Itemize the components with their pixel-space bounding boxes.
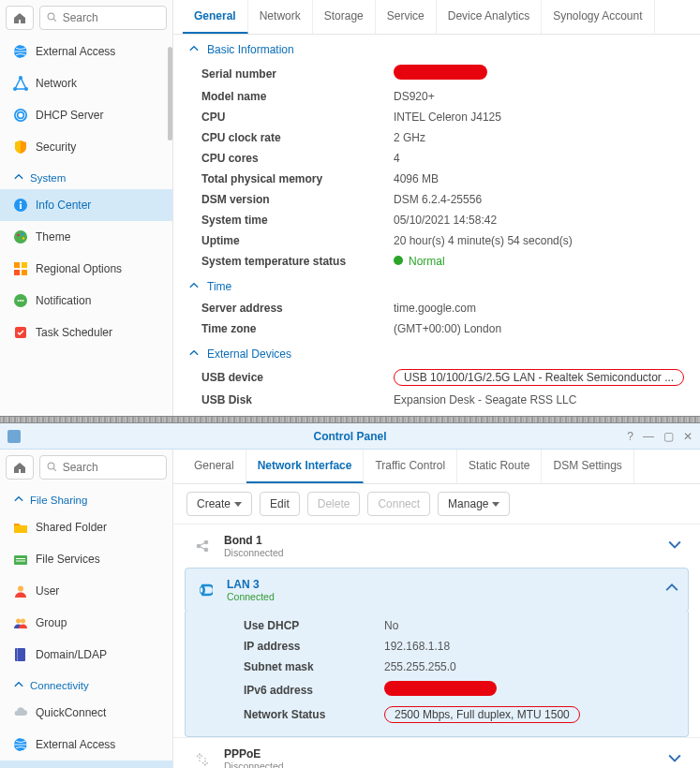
- speech-icon: [13, 293, 28, 308]
- caret-down-icon: [234, 502, 242, 507]
- sidebar-2: File Sharing Shared Folder File Services…: [0, 450, 173, 768]
- info-row: Uptime20 hour(s) 4 minute(s) 54 second(s…: [173, 230, 700, 251]
- sidebar-item-theme[interactable]: Theme: [0, 221, 172, 253]
- row-label: Serial number: [173, 67, 394, 81]
- row-value: INTEL Celeron J4125: [394, 111, 700, 124]
- sidebar-item-label: Info Center: [36, 199, 91, 212]
- row-value: 255.255.255.0: [384, 660, 677, 673]
- sidebar-item-notification[interactable]: Notification: [0, 285, 172, 317]
- section-time[interactable]: Time: [173, 272, 700, 298]
- tab-service[interactable]: Service: [376, 0, 437, 34]
- sidebar-item-file-services[interactable]: File Services: [0, 543, 172, 575]
- info-row: DSM versionDSM 6.2.4-25556: [173, 189, 700, 210]
- tab-traffic-control[interactable]: Traffic Control: [364, 450, 457, 483]
- tabs-2: General Network Interface Traffic Contro…: [173, 450, 700, 484]
- sidebar-category-label: System: [30, 172, 66, 184]
- row-label: CPU: [173, 111, 394, 124]
- minimize-button[interactable]: —: [643, 430, 654, 443]
- create-button[interactable]: Create: [186, 492, 252, 516]
- edit-button[interactable]: Edit: [260, 492, 300, 516]
- row-label: System temperature status: [173, 255, 394, 268]
- sidebar-1: External Access Network DHCP Server Secu…: [0, 0, 173, 416]
- search-input[interactable]: [63, 11, 160, 24]
- sidebar-category-connectivity[interactable]: Connectivity: [0, 671, 172, 697]
- info-row: System temperature statusNormal: [173, 251, 700, 272]
- sidebar-item-label: Domain/LDAP: [36, 648, 107, 661]
- delete-button[interactable]: Delete: [307, 492, 361, 516]
- interface-item-pppoe[interactable]: PPPoEDisconnected: [173, 737, 700, 768]
- row-label: Uptime: [173, 234, 394, 247]
- sidebar-item-domain-ldap[interactable]: Domain/LDAP: [0, 639, 172, 671]
- section-basic-info[interactable]: Basic Information: [173, 35, 700, 61]
- home-button[interactable]: [6, 6, 34, 30]
- maximize-button[interactable]: ▢: [663, 430, 674, 443]
- sidebar-item-label: Regional Options: [36, 262, 122, 275]
- row-label: DSM version: [173, 193, 394, 206]
- tab-general[interactable]: General: [183, 450, 246, 483]
- row-value: No: [384, 619, 677, 632]
- chevron-up-icon: [186, 279, 201, 294]
- sidebar-category-system[interactable]: System: [0, 163, 172, 189]
- sidebar-item-security[interactable]: Security: [0, 131, 172, 163]
- info-row: Use DHCPNo: [197, 615, 677, 636]
- row-label: Network Status: [197, 708, 384, 721]
- sidebar-item-info-center[interactable]: Info Center: [0, 189, 172, 221]
- connect-button[interactable]: Connect: [367, 492, 430, 516]
- chevron-up-icon: [11, 170, 26, 185]
- sidebar-item-external-access[interactable]: External Access: [0, 36, 172, 67]
- info-row: Server addresstime.google.com: [173, 298, 700, 318]
- sidebar-item-external-access[interactable]: External Access: [0, 729, 172, 761]
- section-external-devices[interactable]: External Devices: [173, 339, 700, 365]
- interface-item-bond1[interactable]: Bond 1Disconnected: [173, 524, 700, 568]
- sidebar-item-user[interactable]: User: [0, 575, 172, 607]
- interface-status: Disconnected: [224, 761, 284, 768]
- sidebar-item-quickconnect[interactable]: QuickConnect: [0, 697, 172, 729]
- row-value: (GMT+00:00) London: [394, 322, 700, 335]
- tab-device-analytics[interactable]: Device Analytics: [437, 0, 542, 34]
- info-row: Time zone(GMT+00:00) London: [173, 318, 700, 339]
- tab-network[interactable]: Network: [248, 0, 313, 34]
- chevron-down-icon[interactable]: [668, 539, 681, 554]
- sidebar-item-label: File Services: [36, 553, 100, 566]
- sidebar-item-network[interactable]: Network: [0, 761, 172, 768]
- sidebar-category-file-sharing[interactable]: File Sharing: [0, 485, 172, 511]
- info-row: USB DiskExpansion Desk - Seagate RSS LLC: [173, 390, 700, 410]
- info-row: Model nameDS920+: [173, 86, 700, 107]
- sidebar-item-label: Notification: [36, 294, 91, 307]
- manage-button[interactable]: Manage: [438, 492, 510, 516]
- sidebar-item-shared-folder[interactable]: Shared Folder: [0, 511, 172, 543]
- search-box[interactable]: [39, 6, 167, 30]
- chevron-down-icon[interactable]: [668, 752, 681, 768]
- interface-name: PPPoE: [224, 747, 284, 761]
- sidebar-item-regional[interactable]: Regional Options: [0, 253, 172, 285]
- tab-synology-account[interactable]: Synology Account: [542, 0, 654, 34]
- sidebar-item-network[interactable]: Network: [0, 67, 172, 99]
- sidebar-item-task-scheduler[interactable]: Task Scheduler: [0, 317, 172, 348]
- help-button[interactable]: ?: [627, 430, 633, 443]
- tab-general[interactable]: General: [183, 0, 248, 34]
- home-button[interactable]: [6, 455, 34, 480]
- sidebar-item-dhcp[interactable]: DHCP Server: [0, 99, 172, 131]
- highlighted-value: USB 10/100/1G/2.5G LAN - Realtek Semicon…: [394, 369, 684, 386]
- sidebar-item-group[interactable]: Group: [0, 607, 172, 639]
- row-value: 4: [394, 152, 700, 165]
- row-value: 05/10/2021 14:58:42: [394, 214, 700, 227]
- tab-storage[interactable]: Storage: [313, 0, 376, 34]
- row-label: Model name: [173, 90, 394, 103]
- tab-network-interface[interactable]: Network Interface: [246, 450, 365, 483]
- sidebar-item-label: Theme: [36, 230, 70, 244]
- info-icon: [13, 198, 28, 213]
- chevron-up-icon[interactable]: [665, 583, 678, 598]
- sidebar-scrollbar[interactable]: [168, 47, 172, 140]
- row-value: DSM 6.2.4-25556: [394, 193, 700, 206]
- search-icon: [46, 460, 59, 475]
- close-button[interactable]: ✕: [683, 430, 693, 443]
- search-box[interactable]: [39, 455, 167, 480]
- tab-dsm-settings[interactable]: DSM Settings: [542, 450, 633, 483]
- book-icon: [13, 647, 28, 662]
- search-input[interactable]: [63, 461, 160, 474]
- info-row: CPU clock rate2 GHz: [173, 127, 700, 148]
- interface-item-lan3[interactable]: LAN 3Connected: [185, 568, 689, 613]
- tab-static-route[interactable]: Static Route: [457, 450, 542, 483]
- lan-icon: [195, 580, 216, 600]
